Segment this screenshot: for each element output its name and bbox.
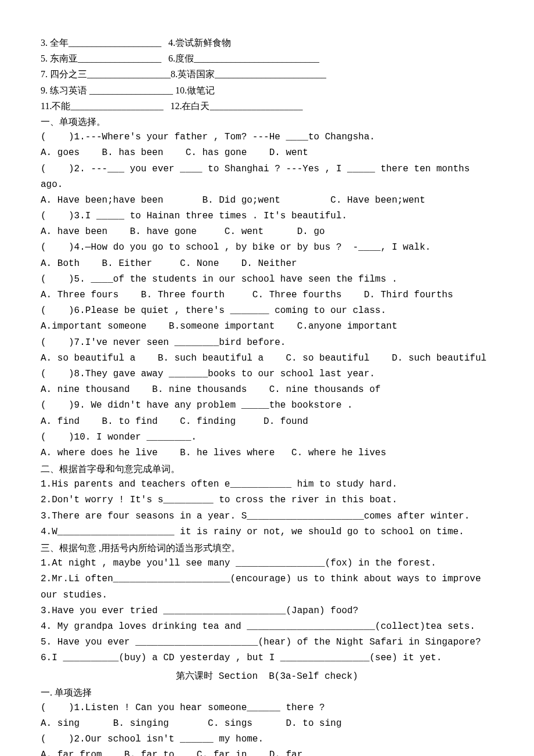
section-4-title: 一. 单项选择	[41, 685, 493, 700]
section-2-title: 二、根据首字母和句意完成单词。	[41, 461, 493, 477]
section-3-title: 三、根据句意 ,用括号内所给词的适当形式填空。	[41, 540, 493, 556]
s2q2: 2.Don't worry ! It's s_________ to cross…	[41, 492, 493, 508]
q3-options: A. have been B. have gone C. went D. go	[41, 224, 493, 240]
s3q6: 6.I __________(buy) a CD yesterday , but…	[41, 650, 493, 666]
q3: ( )3.I _____ to Hainan three times . It'…	[41, 208, 493, 224]
s4q1-options: A. sing B. singing C. sings D. to sing	[41, 716, 493, 732]
s4q1: ( )1.Listen ! Can you hear someone______…	[41, 700, 493, 716]
vocab-line-9: 9. 练习英语 __________________ 10.做笔记	[41, 82, 493, 98]
vocab-line-11: 11.不能____________________ 12.在白天________…	[41, 98, 493, 114]
q10-options: A. where does he live B. he lives where …	[41, 445, 493, 461]
q7: ( )7.I've never seen ________bird before…	[41, 335, 493, 351]
q8: ( )8.They gave away _______books to our …	[41, 366, 493, 382]
q1-options: A. goes B. has been C. has gone D. went	[41, 145, 493, 161]
q1: ( )1.---Where's your father , Tom? ---He…	[41, 129, 493, 145]
q9-options: A. find B. to find C. finding D. found	[41, 414, 493, 430]
vocab-line-3: 3. 全年____________________ 4.尝试新鲜食物	[41, 35, 493, 51]
q4: ( )4.—How do you go to school , by bike …	[41, 240, 493, 255]
section-1-title: 一、单项选择。	[41, 114, 493, 129]
s3q1: 1.At night , maybe you'll see many _____…	[41, 556, 493, 571]
q8-options: A. nine thousand B. nine thousands C. ni…	[41, 382, 493, 398]
s3q5: 5. Have you ever ______________________(…	[41, 635, 493, 650]
q6-options: A.important someone B.someone important …	[41, 319, 493, 334]
q6: ( )6.Please be quiet , there's _______ c…	[41, 303, 493, 319]
s2q4: 4.W_____________________ it is rainy or …	[41, 524, 493, 540]
vocab-line-7: 7. 四分之三__________________8.英语国家_________…	[41, 66, 493, 82]
s4q2-options: A. far from B. far to C. far in D. far	[41, 747, 493, 756]
q2-options: A. Have been;have been B. Did go;went C.…	[41, 193, 493, 208]
q5: ( )5. ____of the students in our school …	[41, 272, 493, 287]
s2q3: 3.There are four seasons in a year. S___…	[41, 509, 493, 524]
s2q1: 1.His parents and teachers often e______…	[41, 477, 493, 492]
q7-options: A. so beautiful a B. such beautiful a C.…	[41, 351, 493, 366]
s3q4: 4. My grandpa loves drinking tea and ___…	[41, 619, 493, 635]
q10: ( )10. I wonder ________.	[41, 430, 493, 445]
q4-options: A. Both B. Either C. None D. Neither	[41, 256, 493, 272]
s3q2: 2.Mr.Li often_____________________(encou…	[41, 571, 493, 603]
q2: ( )2. ---___ you ever ____ to Shanghai ?…	[41, 161, 493, 193]
s3q3: 3.Have you ever tried __________________…	[41, 603, 493, 619]
q9: ( )9. We didn't have any problem _____th…	[41, 398, 493, 413]
s4q2: ( )2.Our school isn't ______ my home.	[41, 732, 493, 747]
vocab-line-5: 5. 东南亚__________________ 6.度假___________…	[41, 51, 493, 66]
q5-options: A. Three fours B. Three fourth C. Three …	[41, 287, 493, 303]
lesson-title: 第六课时 Section B(3a-Self check)	[41, 669, 493, 685]
